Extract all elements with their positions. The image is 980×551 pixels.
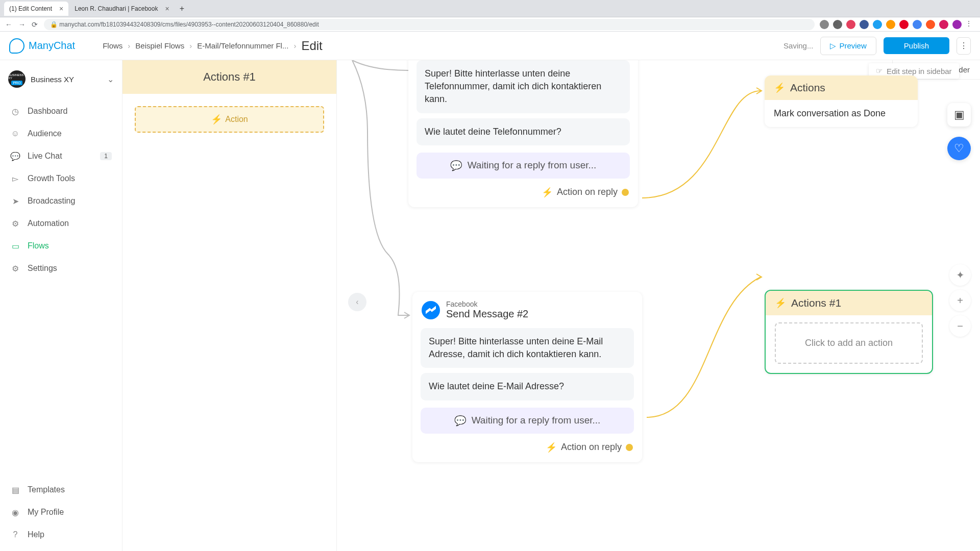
folder-icon: ▭ [10, 241, 20, 251]
ext-icon[interactable] [899, 20, 909, 29]
step-editor-panel: Actions #1 ⚡ Action [122, 60, 337, 551]
crumb-edit: Edit [301, 39, 322, 53]
tab-title: Leon R. Chaudhari | Facebook [75, 5, 158, 12]
action-on-reply-port[interactable]: ⚡ Action on reply [408, 181, 638, 198]
node-header: Facebook Send Message #2 [412, 292, 642, 323]
send-icon: ➤ [10, 196, 20, 206]
connector-handle[interactable] [626, 444, 633, 451]
add-action-placeholder[interactable]: Click to add an action [775, 322, 923, 364]
crumb-flow[interactable]: E-Mail/Telefonnummer Fl... [197, 41, 288, 50]
panel-title: Actions #1 [122, 60, 336, 94]
message-bubble[interactable]: Super! Bitte hinterlasse unten deine Tel… [416, 60, 630, 113]
message-bubble[interactable]: Super! Bitte hinterlasse unten deine E-M… [421, 328, 634, 368]
avatar-icon[interactable] [952, 20, 962, 29]
bolt-icon: ⚡ [542, 187, 553, 198]
chevron-right-icon: › [189, 41, 192, 50]
sidebar-item-growth[interactable]: ▻Growth Tools [0, 167, 122, 190]
message-bubble[interactable]: Wie lautet deine E-Mail Adresse? [421, 373, 634, 400]
crumb-flows[interactable]: Flows [103, 41, 122, 50]
chat-icon: 💬 [454, 415, 467, 427]
browser-tab-strip: (1) Edit Content × Leon R. Chaudhari | F… [0, 0, 980, 17]
chevron-down-icon: ⌄ [107, 74, 114, 84]
sidebar-item-broadcasting[interactable]: ➤Broadcasting [0, 190, 122, 212]
ext-icon[interactable] [886, 20, 895, 29]
template-icon: ▤ [10, 485, 20, 495]
save-status: Saving... [783, 41, 813, 50]
zoom-out-button[interactable]: − [949, 315, 971, 337]
sidebar-item-audience[interactable]: ☺Audience [0, 122, 122, 145]
browser-tab[interactable]: (1) Edit Content × [4, 2, 68, 16]
sidebar-item-livechat[interactable]: 💬Live Chat1 [0, 145, 122, 167]
gear-icon: ⚙ [10, 218, 20, 229]
brand-logo[interactable]: ManyChat [9, 38, 75, 54]
users-icon: ☺ [10, 129, 20, 139]
action-item[interactable]: Mark conversation as Done [765, 100, 918, 127]
ext-icon[interactable] [820, 20, 829, 29]
flow-canvas[interactable]: Go To Basic Builder ☞ Edit step in sideb… [337, 60, 980, 551]
play-icon: ▷ [830, 41, 836, 51]
crumb-folder[interactable]: Beispiel Flows [135, 41, 184, 50]
forward-icon[interactable]: → [18, 20, 26, 29]
actions-node[interactable]: ⚡ Actions Mark conversation as Done [765, 76, 918, 127]
collapse-handle[interactable]: ‹ [348, 293, 366, 311]
publish-button[interactable]: Publish [884, 37, 949, 54]
pro-badge: PRO [11, 81, 22, 85]
bolt-icon: ⚡ [211, 114, 222, 125]
add-action-button[interactable]: ⚡ Action [135, 106, 324, 133]
new-tab-button[interactable]: + [180, 4, 184, 13]
workspace-selector[interactable]: BUSINESS XY PRO Business XY ⌄ [0, 65, 122, 93]
sidebar-toggle-button[interactable]: ▣ [947, 103, 971, 127]
preview-button[interactable]: ▷ Preview [820, 37, 876, 55]
user-input-block[interactable]: 💬 Waiting for a reply from user... [416, 153, 630, 179]
workspace-avatar: BUSINESS XY PRO [8, 70, 26, 88]
megaphone-icon: ▻ [10, 173, 20, 184]
node-header: ⚡ Actions #1 [766, 291, 932, 315]
ext-icon[interactable] [860, 20, 869, 29]
sidebar: BUSINESS XY PRO Business XY ⌄ ◷Dashboard… [0, 60, 122, 551]
sidebar-item-dashboard[interactable]: ◷Dashboard [0, 100, 122, 122]
ext-icon[interactable] [926, 20, 935, 29]
center-button[interactable]: ✦ [949, 264, 971, 286]
sidebar-item-settings[interactable]: ⚙Settings [0, 257, 122, 280]
user-input-block[interactable]: 💬 Waiting for a reply from user... [421, 408, 634, 434]
node-title: Send Message #2 [446, 308, 528, 320]
ext-icon[interactable] [913, 20, 922, 29]
reload-icon[interactable]: ⟳ [32, 20, 38, 29]
message-node-1[interactable]: Super! Bitte hinterlasse unten deine Tel… [408, 60, 638, 207]
address-bar[interactable]: 🔒 manychat.com/fb1810394432408309/cms/fi… [44, 19, 815, 30]
sidebar-item-flows[interactable]: ▭Flows [0, 235, 122, 257]
message-node-2[interactable]: Facebook Send Message #2 Super! Bitte hi… [412, 292, 642, 462]
ext-icon[interactable] [873, 20, 882, 29]
message-bubble[interactable]: Wie lautet deine Telefonnummer? [416, 118, 630, 145]
ext-icon[interactable] [939, 20, 948, 29]
zoom-in-button[interactable]: + [949, 290, 971, 311]
connector-handle[interactable] [622, 189, 629, 196]
action-on-reply-port[interactable]: ⚡ Action on reply [412, 436, 642, 453]
extensions: ☆ ⋮ [820, 20, 975, 29]
sidebar-item-help[interactable]: ?Help [0, 523, 122, 546]
browser-tab[interactable]: Leon R. Chaudhari | Facebook × [69, 2, 174, 16]
actions-1-node[interactable]: ⚡ Actions #1 Click to add an action [765, 290, 933, 374]
settings-icon: ⚙ [10, 263, 20, 273]
sidebar-item-templates[interactable]: ▤Templates [0, 479, 122, 501]
lock-icon: 🔒 [50, 21, 58, 28]
help-icon: ? [10, 530, 20, 540]
zoom-controls: ✦ + − [949, 264, 971, 337]
chat-icon: 💬 [450, 160, 462, 171]
close-icon[interactable]: × [165, 5, 169, 13]
workspace-name: Business XY [31, 75, 102, 84]
menu-icon[interactable]: ⋮ [966, 20, 975, 29]
more-menu-button[interactable]: ⋮ [957, 37, 971, 55]
support-button[interactable]: ♡ [947, 137, 971, 160]
sidebar-item-profile[interactable]: ◉My Profile [0, 501, 122, 523]
close-icon[interactable]: × [59, 5, 63, 13]
sidebar-item-automation[interactable]: ⚙Automation [0, 212, 122, 235]
url-text: manychat.com/fb1810394432408309/cms/file… [59, 21, 318, 28]
pointer-icon: ☞ [876, 66, 883, 76]
ext-icon[interactable] [846, 20, 855, 29]
platform-label: Facebook [446, 300, 528, 308]
bolt-icon: ⚡ [546, 442, 557, 453]
star-icon[interactable]: ☆ [833, 20, 842, 29]
unread-badge: 1 [100, 152, 112, 160]
back-icon[interactable]: ← [5, 20, 12, 29]
